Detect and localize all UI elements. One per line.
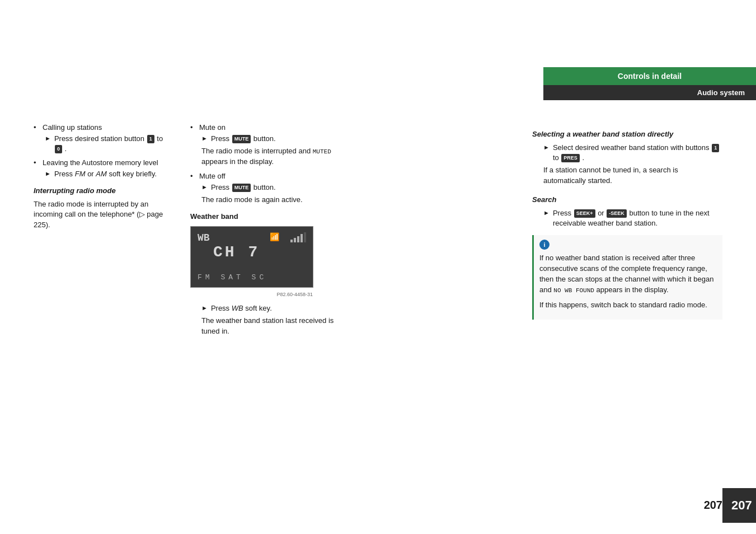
right-info-wrapper: Selecting a weather band station directl… [532,130,722,320]
no-wb-found-text: NO WB FOUND [553,287,594,294]
arrow-seek: ► Press SEEK+ or -SEEK button to tune in… [532,208,722,228]
img-caption: P82.60-4458-31 [276,292,313,297]
bullet-mute-off: Mute off ► Press MUTE button. The radio … [190,172,347,205]
weather-band-title: Weather band [190,212,347,221]
arrow-fm-am-text: Press FM or AM soft key briefly. [54,169,157,179]
signal-bar-1 [290,240,293,242]
key-0-label: 0 [55,145,62,153]
wb-arrow-section: ► Press WB soft key. The weather band st… [190,303,347,337]
mute-key-label: MUTE [232,135,251,143]
right-column: Selecting a weather band station directl… [532,123,722,320]
radio-display: WB 📶 CH 7 FM SAT SC P82.60-4458-31 [190,226,313,288]
bullet-calling-label: Calling up stations [34,123,168,132]
left-column: Calling up stations ► Press desired stat… [34,123,168,235]
key-1-right-label: 1 [712,144,719,152]
bullet-mute-on: Mute on ► Press MUTE button. The radio m… [190,123,347,167]
mute-off-text: Press MUTE button. [211,182,276,193]
bullet-mute-on-label: Mute on [190,123,347,132]
signal-bar-5 [304,232,306,242]
arrow-icon-wb: ► [201,304,208,312]
middle-column: Mute on ► Press MUTE button. The radio m… [190,123,347,341]
arrow-station-button: ► Press desired station button 1 to 0 . [34,134,168,154]
arrow-icon-mute-off: ► [201,183,208,191]
muted-text: MUTED [313,148,331,155]
arrow-station-text: Press desired station button 1 to 0 . [54,134,168,154]
page-tab-number: 207 [731,498,752,512]
bullet-calling-stations: Calling up stations ► Press desired stat… [34,123,168,154]
bullet-autostore: Leaving the Autostore memory level ► Pre… [34,158,168,179]
selecting-weather-title: Selecting a weather band station directl… [532,130,722,138]
signal-bar-4 [300,234,303,242]
muted-info: The radio mode is interrupted and MUTED … [190,146,347,167]
arrow-wb-key: ► Press WB soft key. [190,303,347,313]
header-section: Controls in detail Audio system [521,67,756,100]
wb-press-text: Press WB soft key. [211,303,272,313]
arrow-icon-mute-on: ► [201,134,208,143]
antenna-icon: 📶 [270,232,279,242]
signal-bar-3 [297,236,299,242]
page-number: 207 [704,499,722,512]
select-station-text: Select desired weather band station with… [553,143,722,163]
mute-off-key-label: MUTE [232,184,251,192]
ch-display-text: CH 7 [213,243,260,261]
arrow-icon-seek: ► [543,209,550,217]
wb-info: The weather band station last received i… [190,316,347,337]
search-title: Search [532,195,722,204]
arrow-select-station: ► Select desired weather band station wi… [532,143,722,163]
seek-minus-label: -SEEK [607,209,627,218]
info-icon: i [539,240,550,250]
controls-label: Controls in detail [618,72,682,81]
interrupting-body: The radio mode is interrupted by an inco… [34,199,168,231]
bullet-autostore-label: Leaving the Autostore memory level [34,158,168,167]
seek-text: Press SEEK+ or -SEEK button to tune in t… [553,208,722,228]
page-tab: 207 [722,488,756,523]
arrow-icon-1: ► [45,134,51,143]
signal-icon [290,232,306,242]
audio-label: Audio system [697,88,745,97]
wb-display-text: WB [198,232,210,243]
info-box-text: If no weather band station is received a… [539,253,717,295]
audio-system-banner: Audio system [543,85,756,100]
fm-sat-sc-text: FM SAT SC [198,273,267,282]
bullet-mute-off-label: Mute off [190,172,347,180]
info-box: i If no weather band station is received… [532,235,722,319]
arrow-icon-select: ► [543,143,550,152]
mute-on-text: Press MUTE button. [211,134,276,144]
seek-plus-label: SEEK+ [574,209,595,218]
arrow-fm-am: ► Press FM or AM soft key briefly. [34,169,168,179]
signal-bar-2 [294,238,296,242]
info-box-header: i [539,240,717,250]
select-info: If a station cannot be tuned in, a searc… [532,165,722,186]
muted-off-info: The radio mode is again active. [190,195,347,205]
arrow-mute-off: ► Press MUTE button. [190,182,347,193]
arrow-icon-2: ► [45,170,51,178]
arrow-mute-on: ► Press MUTE button. [190,134,347,144]
key-1-label: 1 [147,135,154,143]
interrupting-title: Interrupting radio mode [34,186,168,195]
controls-banner: Controls in detail [543,67,756,85]
info-box-text-2: If this happens, switch back to standard… [539,300,717,311]
key-pres-label: PRES [561,154,580,162]
